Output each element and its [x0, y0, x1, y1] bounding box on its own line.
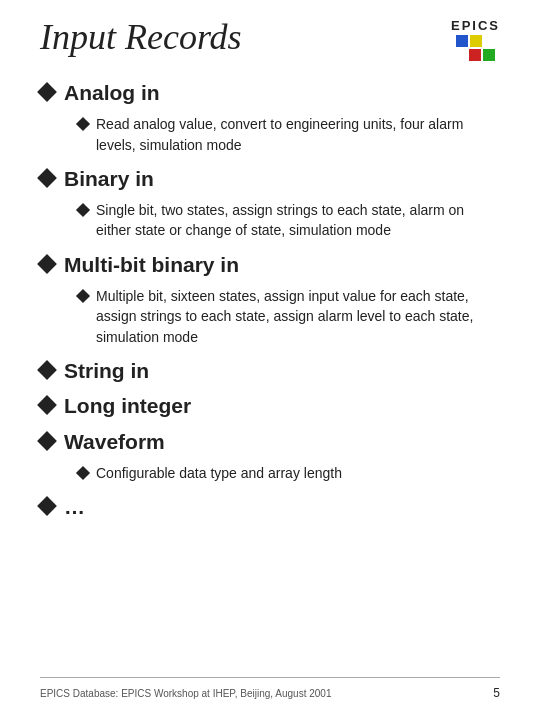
- list-item: …: [40, 493, 500, 528]
- sub-bullet-icon: [76, 466, 90, 480]
- list-item: Long integer: [40, 392, 500, 427]
- item-l2: Configurable data type and array length: [78, 463, 500, 483]
- footer-text: EPICS Database: EPICS Workshop at IHEP, …: [40, 688, 331, 699]
- multibit-sub: Multiple bit, sixteen states, assign inp…: [78, 286, 500, 347]
- epics-label: EPICS: [451, 18, 500, 33]
- bullet-icon: [37, 395, 57, 415]
- footer: EPICS Database: EPICS Workshop at IHEP, …: [40, 677, 500, 700]
- sub-bullet-icon: [76, 289, 90, 303]
- sq-green: [483, 49, 495, 61]
- item-long-integer-label: Long integer: [64, 392, 191, 419]
- list-item: String in: [40, 357, 500, 392]
- list-item: Analog in Read analog value, convert to …: [40, 79, 500, 165]
- item-analog-in: Analog in: [40, 79, 500, 106]
- bullet-icon: [37, 360, 57, 380]
- header: Input Records EPICS: [40, 0, 500, 61]
- footer-page: 5: [493, 686, 500, 700]
- waveform-sub-text: Configurable data type and array length: [96, 463, 342, 483]
- bullet-icon: [37, 254, 57, 274]
- bullet-icon: [37, 496, 57, 516]
- page: Input Records EPICS Analog in: [0, 0, 540, 720]
- item-ellipsis-label: …: [64, 493, 85, 520]
- item-multibit-label: Multi-bit binary in: [64, 251, 239, 278]
- binary-in-sub: Single bit, two states, assign strings t…: [78, 200, 500, 241]
- item-l2: Single bit, two states, assign strings t…: [78, 200, 500, 241]
- item-l2: Read analog value, convert to engineerin…: [78, 114, 500, 155]
- item-long-integer: Long integer: [40, 392, 500, 419]
- sq-blue: [456, 35, 468, 47]
- analog-in-sub: Read analog value, convert to engineerin…: [78, 114, 500, 155]
- epics-logo: EPICS: [451, 18, 500, 61]
- item-string-in: String in: [40, 357, 500, 384]
- sq-red: [469, 49, 481, 61]
- analog-in-sub-text: Read analog value, convert to engineerin…: [96, 114, 500, 155]
- page-title: Input Records: [40, 18, 242, 58]
- item-multibit: Multi-bit binary in: [40, 251, 500, 278]
- item-binary-in-label: Binary in: [64, 165, 154, 192]
- sub-bullet-icon: [76, 203, 90, 217]
- item-ellipsis: …: [40, 493, 500, 520]
- list-item: Binary in Single bit, two states, assign…: [40, 165, 500, 251]
- item-binary-in: Binary in: [40, 165, 500, 192]
- waveform-sub: Configurable data type and array length: [78, 463, 500, 483]
- binary-in-sub-text: Single bit, two states, assign strings t…: [96, 200, 500, 241]
- sub-bullet-icon: [76, 117, 90, 131]
- bullet-icon: [37, 431, 57, 451]
- content: Analog in Read analog value, convert to …: [40, 79, 500, 677]
- list-item: Multi-bit binary in Multiple bit, sixtee…: [40, 251, 500, 357]
- item-analog-in-label: Analog in: [64, 79, 160, 106]
- bullet-icon: [37, 82, 57, 102]
- item-waveform: Waveform: [40, 428, 500, 455]
- bullet-icon: [37, 168, 57, 188]
- epics-squares: [456, 35, 495, 61]
- item-l2: Multiple bit, sixteen states, assign inp…: [78, 286, 500, 347]
- sq-yellow: [470, 35, 482, 47]
- item-waveform-label: Waveform: [64, 428, 165, 455]
- list-item: Waveform Configurable data type and arra…: [40, 428, 500, 494]
- multibit-sub-text: Multiple bit, sixteen states, assign inp…: [96, 286, 500, 347]
- item-string-in-label: String in: [64, 357, 149, 384]
